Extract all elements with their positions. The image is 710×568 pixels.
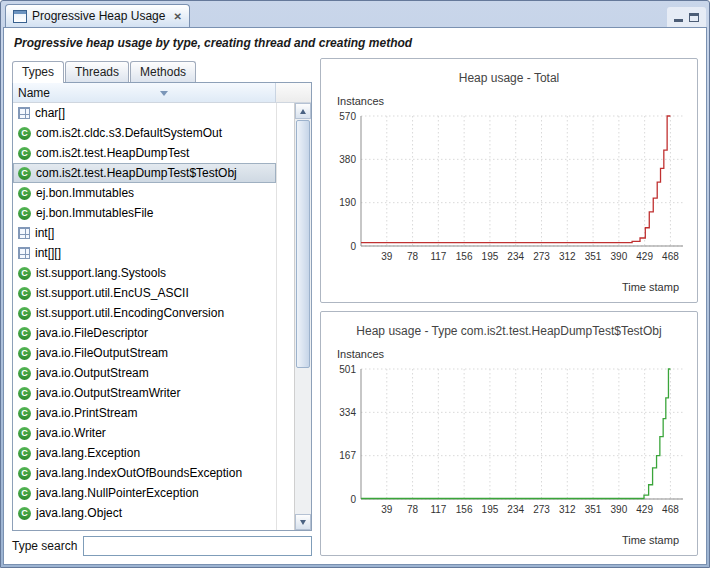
list-item-label: java.io.FileOutputStream — [36, 346, 168, 360]
view-tab-title: Progressive Heap Usage — [32, 9, 165, 23]
list-item-label: int[][] — [35, 246, 61, 260]
list-item[interactable]: char[] — [13, 103, 276, 123]
x-tick-label: 351 — [585, 504, 602, 515]
list-item-label: java.lang.Exception — [36, 446, 140, 460]
class-icon: C — [18, 367, 31, 380]
list-item-label: com.is2t.cldc.s3.DefaultSystemOut — [36, 126, 222, 140]
chart-title: Heap usage - Type com.is2t.test.HeapDump… — [323, 316, 695, 344]
scrollbar-track[interactable] — [295, 369, 311, 514]
list-item-label: java.io.Writer — [36, 426, 106, 440]
list-item-label: com.is2t.test.HeapDumpTest — [36, 146, 189, 160]
x-tick-label: 195 — [482, 251, 499, 262]
y-tick-label: 167 — [339, 450, 356, 461]
list-item-label: ist.support.util.EncUS_ASCII — [36, 286, 189, 300]
x-tick-label: 78 — [407, 504, 419, 515]
type-search-input[interactable] — [83, 536, 312, 556]
class-icon: C — [18, 127, 31, 140]
list-item-label: java.io.PrintStream — [36, 406, 137, 420]
y-tick-label: 334 — [339, 407, 356, 418]
x-tick-label: 468 — [662, 251, 679, 262]
scrollbar-thumb[interactable] — [296, 120, 310, 368]
tab-threads[interactable]: Threads — [65, 61, 129, 82]
list-item[interactable]: Cjava.lang.NullPointerException — [13, 483, 276, 503]
scroll-up-button[interactable] — [295, 103, 311, 119]
list-item[interactable]: int[] — [13, 223, 276, 243]
x-tick-label: 117 — [430, 504, 446, 515]
class-icon: C — [18, 327, 31, 340]
list-item[interactable]: Cjava.io.FileDescriptor — [13, 323, 276, 343]
list-item-label: java.lang.IndexOutOfBoundsException — [36, 466, 242, 480]
chart-y-axis-label: Instances — [323, 344, 695, 362]
view-tab-progressive-heap-usage[interactable]: Progressive Heap Usage ✕ — [5, 4, 190, 27]
y-tick-label: 0 — [350, 494, 356, 505]
heap-usage-view-icon — [13, 10, 27, 23]
minimize-icon[interactable] — [674, 19, 683, 22]
chart-plot-total: 0190380570397811715619523427331235139042… — [323, 109, 695, 281]
x-tick-label: 195 — [482, 504, 499, 515]
view-content: Progressive heap usage by type, creating… — [3, 27, 707, 565]
list-item[interactable]: Cjava.lang.Exception — [13, 443, 276, 463]
tab-methods[interactable]: Methods — [130, 61, 196, 82]
chart-x-axis-label: Time stamp — [323, 534, 695, 548]
list-item[interactable]: Cjava.io.FileOutputStream — [13, 343, 276, 363]
x-tick-label: 234 — [507, 251, 524, 262]
tab-types-label: Types — [22, 65, 54, 79]
list-item[interactable]: Cjava.lang.IndexOutOfBoundsException — [13, 463, 276, 483]
table-body: char[]Ccom.is2t.cldc.s3.DefaultSystemOut… — [13, 103, 311, 530]
list-item[interactable]: Cjava.io.OutputStream — [13, 363, 276, 383]
maximize-icon[interactable] — [689, 13, 699, 22]
list-item-label: ej.bon.ImmutablesFile — [36, 206, 153, 220]
list-item[interactable]: Ccom.is2t.test.HeapDumpTest$TestObj — [13, 163, 276, 183]
array-icon — [18, 227, 30, 239]
list-item[interactable]: Cjava.io.PrintStream — [13, 403, 276, 423]
chart-plot-type: 0167334501397811715619523427331235139042… — [323, 362, 695, 534]
tab-types[interactable]: Types — [12, 61, 64, 83]
class-icon: C — [18, 147, 31, 160]
x-tick-label: 312 — [559, 504, 576, 515]
type-search-label: Type search — [12, 539, 77, 553]
titlebar: Progressive Heap Usage ✕ — [3, 3, 707, 27]
list-item[interactable]: Cjava.io.Writer — [13, 423, 276, 443]
list-item[interactable]: Cej.bon.Immutables — [13, 183, 276, 203]
list-item[interactable]: int[][] — [13, 243, 276, 263]
x-tick-label: 78 — [407, 251, 419, 262]
list-item-label: java.io.OutputStream — [36, 366, 149, 380]
x-tick-label: 351 — [585, 251, 602, 262]
tab-methods-label: Methods — [140, 65, 186, 79]
list-item-label: java.lang.Object — [36, 506, 122, 520]
x-tick-label: 390 — [611, 504, 628, 515]
x-tick-label: 273 — [533, 251, 550, 262]
list-item[interactable]: Cist.support.util.EncodingConversion — [13, 303, 276, 323]
class-icon: C — [18, 347, 31, 360]
view-window: Progressive Heap Usage ✕ Progressive hea… — [0, 0, 710, 568]
list-item[interactable]: Ccom.is2t.cldc.s3.DefaultSystemOut — [13, 123, 276, 143]
class-icon: C — [18, 207, 31, 220]
y-tick-label: 0 — [350, 241, 356, 252]
list-item[interactable]: Cej.bon.ImmutablesFile — [13, 203, 276, 223]
chart-heap-total: Heap usage - Total Instances 01903805703… — [320, 58, 698, 303]
list-item-label: ist.support.util.EncodingConversion — [36, 306, 224, 320]
table-spacer-column — [276, 103, 294, 530]
list-item-label: char[] — [35, 106, 65, 120]
vertical-scrollbar[interactable] — [294, 103, 311, 530]
x-tick-label: 234 — [507, 504, 524, 515]
list-item[interactable]: Cist.support.lang.Systools — [13, 263, 276, 283]
column-header-name[interactable]: Name — [13, 83, 276, 102]
list-item[interactable]: Cist.support.util.EncUS_ASCII — [13, 283, 276, 303]
list-item[interactable]: Cjava.lang.Object — [13, 503, 276, 523]
list-item[interactable]: Ccom.is2t.test.HeapDumpTest — [13, 143, 276, 163]
chart-heap-type: Heap usage - Type com.is2t.test.HeapDump… — [320, 311, 698, 556]
class-icon: C — [18, 487, 31, 500]
x-tick-label: 468 — [662, 504, 679, 515]
class-icon: C — [18, 307, 31, 320]
class-icon: C — [18, 187, 31, 200]
class-icon: C — [18, 167, 31, 180]
class-icon: C — [18, 267, 31, 280]
close-icon[interactable]: ✕ — [173, 11, 181, 22]
list-item-label: com.is2t.test.HeapDumpTest$TestObj — [36, 166, 237, 180]
list-item[interactable]: Cjava.io.OutputStreamWriter — [13, 383, 276, 403]
x-tick-label: 156 — [456, 251, 473, 262]
chart-y-axis-label: Instances — [323, 91, 695, 109]
scroll-down-button[interactable] — [295, 514, 311, 530]
main-area: Types Threads Methods Name char[]Ccom.is… — [4, 56, 706, 564]
